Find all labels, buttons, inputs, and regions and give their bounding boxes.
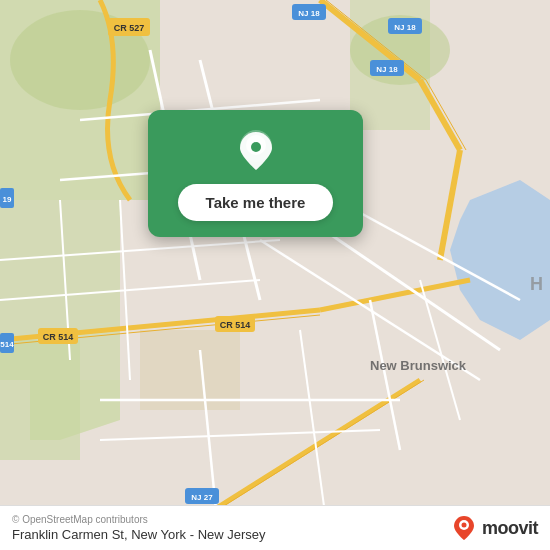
svg-text:NJ 18: NJ 18: [298, 9, 320, 18]
svg-text:CR 514: CR 514: [220, 320, 251, 330]
svg-point-58: [251, 142, 261, 152]
svg-line-27: [100, 430, 380, 440]
svg-text:CR 527: CR 527: [114, 23, 145, 33]
svg-text:NJ 27: NJ 27: [191, 493, 213, 502]
map-container: CR 527 NJ 18 NJ 18 NJ 18 19 CR 514 CR 51…: [0, 0, 550, 550]
svg-point-60: [461, 523, 466, 528]
svg-marker-5: [450, 180, 550, 340]
svg-rect-8: [140, 330, 240, 410]
take-me-there-button[interactable]: Take me there: [178, 184, 334, 221]
moovit-logo: moovit: [450, 514, 538, 542]
location-card: Take me there: [148, 110, 363, 237]
bottom-bar: © OpenStreetMap contributors Franklin Ca…: [0, 505, 550, 550]
svg-text:H: H: [530, 274, 543, 294]
svg-text:New Brunswick: New Brunswick: [370, 358, 467, 373]
location-pin-icon: [234, 128, 278, 172]
location-name: Franklin Carmen St, New York - New Jerse…: [12, 527, 266, 542]
svg-line-31: [420, 280, 460, 420]
svg-rect-3: [0, 340, 80, 460]
svg-text:CR 514: CR 514: [43, 332, 74, 342]
map-roads-overlay: CR 527 NJ 18 NJ 18 NJ 18 19 CR 514 CR 51…: [0, 0, 550, 550]
moovit-brand-text: moovit: [482, 518, 538, 539]
svg-line-30: [370, 300, 400, 450]
svg-line-18: [320, 280, 470, 310]
moovit-brand-icon: [450, 514, 478, 542]
bottom-info: © OpenStreetMap contributors Franklin Ca…: [12, 514, 266, 542]
svg-text:NJ 18: NJ 18: [394, 23, 416, 32]
svg-line-12: [426, 80, 466, 150]
map-attribution: © OpenStreetMap contributors: [12, 514, 266, 525]
svg-text:NJ 18: NJ 18: [376, 65, 398, 74]
svg-text:514: 514: [0, 340, 14, 349]
svg-text:19: 19: [3, 195, 12, 204]
